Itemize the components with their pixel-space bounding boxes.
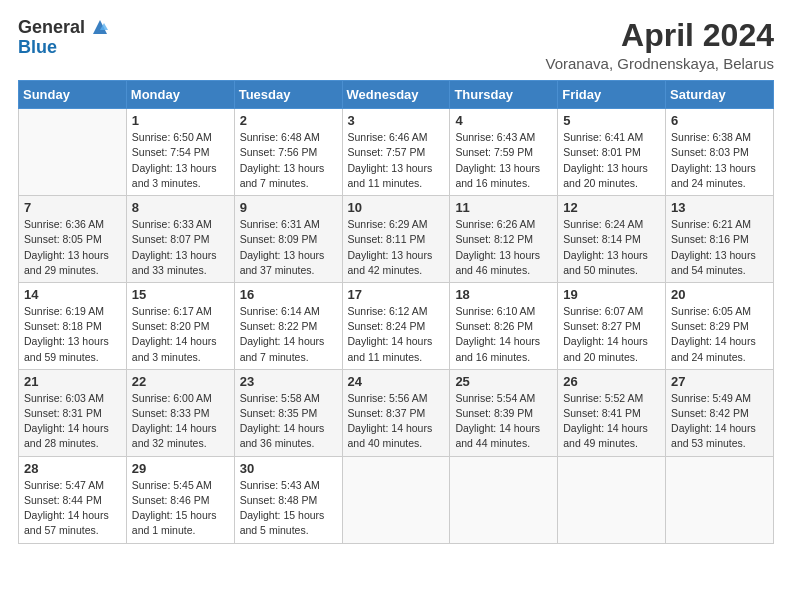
col-monday: Monday <box>126 81 234 109</box>
day-number: 14 <box>24 287 121 302</box>
table-row: 8Sunrise: 6:33 AMSunset: 8:07 PMDaylight… <box>126 196 234 283</box>
day-info: Sunrise: 5:43 AMSunset: 8:48 PMDaylight:… <box>240 478 337 539</box>
table-row: 16Sunrise: 6:14 AMSunset: 8:22 PMDayligh… <box>234 282 342 369</box>
col-saturday: Saturday <box>666 81 774 109</box>
day-info: Sunrise: 5:56 AMSunset: 8:37 PMDaylight:… <box>348 391 445 452</box>
table-row: 27Sunrise: 5:49 AMSunset: 8:42 PMDayligh… <box>666 369 774 456</box>
day-number: 28 <box>24 461 121 476</box>
day-info: Sunrise: 6:36 AMSunset: 8:05 PMDaylight:… <box>24 217 121 278</box>
day-number: 13 <box>671 200 768 215</box>
day-number: 25 <box>455 374 552 389</box>
table-row: 5Sunrise: 6:41 AMSunset: 8:01 PMDaylight… <box>558 109 666 196</box>
table-row: 28Sunrise: 5:47 AMSunset: 8:44 PMDayligh… <box>19 456 127 543</box>
day-info: Sunrise: 5:49 AMSunset: 8:42 PMDaylight:… <box>671 391 768 452</box>
day-number: 9 <box>240 200 337 215</box>
day-number: 19 <box>563 287 660 302</box>
day-number: 20 <box>671 287 768 302</box>
table-row: 7Sunrise: 6:36 AMSunset: 8:05 PMDaylight… <box>19 196 127 283</box>
day-number: 26 <box>563 374 660 389</box>
day-number: 3 <box>348 113 445 128</box>
col-thursday: Thursday <box>450 81 558 109</box>
table-row: 4Sunrise: 6:43 AMSunset: 7:59 PMDaylight… <box>450 109 558 196</box>
calendar-week-row: 14Sunrise: 6:19 AMSunset: 8:18 PMDayligh… <box>19 282 774 369</box>
day-number: 16 <box>240 287 337 302</box>
day-number: 10 <box>348 200 445 215</box>
day-info: Sunrise: 6:10 AMSunset: 8:26 PMDaylight:… <box>455 304 552 365</box>
table-row: 24Sunrise: 5:56 AMSunset: 8:37 PMDayligh… <box>342 369 450 456</box>
day-info: Sunrise: 6:14 AMSunset: 8:22 PMDaylight:… <box>240 304 337 365</box>
main-title: April 2024 <box>546 18 774 53</box>
calendar-week-row: 21Sunrise: 6:03 AMSunset: 8:31 PMDayligh… <box>19 369 774 456</box>
table-row: 26Sunrise: 5:52 AMSunset: 8:41 PMDayligh… <box>558 369 666 456</box>
day-number: 15 <box>132 287 229 302</box>
table-row <box>342 456 450 543</box>
day-info: Sunrise: 6:26 AMSunset: 8:12 PMDaylight:… <box>455 217 552 278</box>
table-row: 25Sunrise: 5:54 AMSunset: 8:39 PMDayligh… <box>450 369 558 456</box>
day-info: Sunrise: 6:43 AMSunset: 7:59 PMDaylight:… <box>455 130 552 191</box>
day-number: 2 <box>240 113 337 128</box>
day-number: 30 <box>240 461 337 476</box>
logo: General Blue <box>18 18 111 58</box>
col-tuesday: Tuesday <box>234 81 342 109</box>
day-info: Sunrise: 6:12 AMSunset: 8:24 PMDaylight:… <box>348 304 445 365</box>
day-info: Sunrise: 5:45 AMSunset: 8:46 PMDaylight:… <box>132 478 229 539</box>
day-number: 18 <box>455 287 552 302</box>
table-row: 19Sunrise: 6:07 AMSunset: 8:27 PMDayligh… <box>558 282 666 369</box>
calendar-table: Sunday Monday Tuesday Wednesday Thursday… <box>18 80 774 543</box>
title-block: April 2024 Voranava, Grodnenskaya, Belar… <box>546 18 774 72</box>
table-row: 2Sunrise: 6:48 AMSunset: 7:56 PMDaylight… <box>234 109 342 196</box>
logo-general: General <box>18 18 85 38</box>
page: General Blue April 2024 Voranava, Grodne… <box>0 0 792 612</box>
col-friday: Friday <box>558 81 666 109</box>
day-info: Sunrise: 6:24 AMSunset: 8:14 PMDaylight:… <box>563 217 660 278</box>
table-row <box>666 456 774 543</box>
day-number: 11 <box>455 200 552 215</box>
day-number: 21 <box>24 374 121 389</box>
day-info: Sunrise: 5:47 AMSunset: 8:44 PMDaylight:… <box>24 478 121 539</box>
day-number: 8 <box>132 200 229 215</box>
table-row: 13Sunrise: 6:21 AMSunset: 8:16 PMDayligh… <box>666 196 774 283</box>
table-row <box>450 456 558 543</box>
day-info: Sunrise: 6:19 AMSunset: 8:18 PMDaylight:… <box>24 304 121 365</box>
day-info: Sunrise: 6:05 AMSunset: 8:29 PMDaylight:… <box>671 304 768 365</box>
day-info: Sunrise: 6:00 AMSunset: 8:33 PMDaylight:… <box>132 391 229 452</box>
day-info: Sunrise: 5:54 AMSunset: 8:39 PMDaylight:… <box>455 391 552 452</box>
table-row: 23Sunrise: 5:58 AMSunset: 8:35 PMDayligh… <box>234 369 342 456</box>
day-number: 29 <box>132 461 229 476</box>
table-row: 6Sunrise: 6:38 AMSunset: 8:03 PMDaylight… <box>666 109 774 196</box>
logo-blue: Blue <box>18 37 57 57</box>
table-row: 14Sunrise: 6:19 AMSunset: 8:18 PMDayligh… <box>19 282 127 369</box>
col-sunday: Sunday <box>19 81 127 109</box>
table-row: 17Sunrise: 6:12 AMSunset: 8:24 PMDayligh… <box>342 282 450 369</box>
table-row: 9Sunrise: 6:31 AMSunset: 8:09 PMDaylight… <box>234 196 342 283</box>
day-info: Sunrise: 6:48 AMSunset: 7:56 PMDaylight:… <box>240 130 337 191</box>
subtitle: Voranava, Grodnenskaya, Belarus <box>546 55 774 72</box>
day-info: Sunrise: 6:46 AMSunset: 7:57 PMDaylight:… <box>348 130 445 191</box>
day-info: Sunrise: 6:07 AMSunset: 8:27 PMDaylight:… <box>563 304 660 365</box>
table-row: 30Sunrise: 5:43 AMSunset: 8:48 PMDayligh… <box>234 456 342 543</box>
table-row: 21Sunrise: 6:03 AMSunset: 8:31 PMDayligh… <box>19 369 127 456</box>
table-row <box>19 109 127 196</box>
day-number: 27 <box>671 374 768 389</box>
header: General Blue April 2024 Voranava, Grodne… <box>18 18 774 72</box>
day-info: Sunrise: 6:03 AMSunset: 8:31 PMDaylight:… <box>24 391 121 452</box>
day-number: 5 <box>563 113 660 128</box>
day-info: Sunrise: 6:21 AMSunset: 8:16 PMDaylight:… <box>671 217 768 278</box>
calendar-week-row: 7Sunrise: 6:36 AMSunset: 8:05 PMDaylight… <box>19 196 774 283</box>
table-row: 10Sunrise: 6:29 AMSunset: 8:11 PMDayligh… <box>342 196 450 283</box>
day-info: Sunrise: 6:41 AMSunset: 8:01 PMDaylight:… <box>563 130 660 191</box>
table-row: 3Sunrise: 6:46 AMSunset: 7:57 PMDaylight… <box>342 109 450 196</box>
table-row <box>558 456 666 543</box>
calendar-week-row: 28Sunrise: 5:47 AMSunset: 8:44 PMDayligh… <box>19 456 774 543</box>
day-number: 22 <box>132 374 229 389</box>
day-number: 1 <box>132 113 229 128</box>
calendar-week-row: 1Sunrise: 6:50 AMSunset: 7:54 PMDaylight… <box>19 109 774 196</box>
day-number: 24 <box>348 374 445 389</box>
day-info: Sunrise: 6:38 AMSunset: 8:03 PMDaylight:… <box>671 130 768 191</box>
table-row: 22Sunrise: 6:00 AMSunset: 8:33 PMDayligh… <box>126 369 234 456</box>
day-info: Sunrise: 6:31 AMSunset: 8:09 PMDaylight:… <box>240 217 337 278</box>
day-info: Sunrise: 5:52 AMSunset: 8:41 PMDaylight:… <box>563 391 660 452</box>
day-number: 4 <box>455 113 552 128</box>
table-row: 18Sunrise: 6:10 AMSunset: 8:26 PMDayligh… <box>450 282 558 369</box>
table-row: 20Sunrise: 6:05 AMSunset: 8:29 PMDayligh… <box>666 282 774 369</box>
